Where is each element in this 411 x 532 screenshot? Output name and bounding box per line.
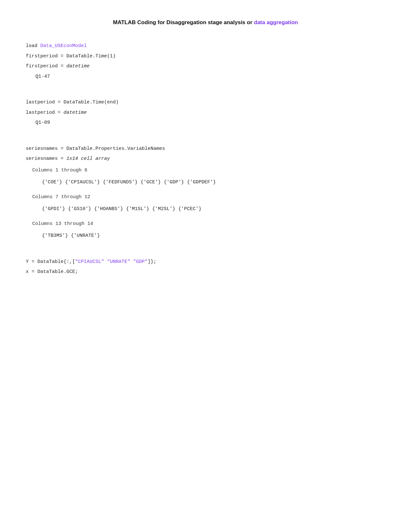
- load-prefix: load: [26, 43, 40, 49]
- load-line3-prefix: firstperiod =: [26, 63, 66, 69]
- load-line2: firstperiod = DataTable.Time(1): [26, 52, 385, 61]
- seriesnames-code: seriesnames = DataTable.Properties.Varia…: [26, 145, 385, 240]
- load-line3-italic: datetime: [66, 63, 90, 69]
- lastperiod-code: lastperiod = DataTable.Time(end) lastper…: [26, 98, 385, 127]
- lastperiod-line2-italic: datetime: [64, 110, 87, 115]
- load-link: Data_USEconModel: [40, 43, 87, 49]
- section-datatable: Y = DataTable{:,["CPIAUCSL" "UNRATE" "GD…: [26, 258, 385, 276]
- datatable-purple: "CPIAUCSL" "UNRATE" "GDP": [75, 259, 148, 265]
- page-title: MATLAB Coding for Disaggregation stage a…: [26, 19, 385, 26]
- section-load: load Data_USEconModel firstperiod = Data…: [26, 42, 385, 81]
- lastperiod-line3: Q1-09: [26, 119, 385, 127]
- datatable-line1: Y = DataTable{:,["CPIAUCSL" "UNRATE" "GD…: [26, 258, 385, 266]
- datatable-suffix: ]};: [148, 259, 156, 265]
- section-seriesnames: seriesnames = DataTable.Properties.Varia…: [26, 145, 385, 240]
- col3-values: {'TB3MS'} {'UNRATE'}: [26, 232, 385, 240]
- seriesnames-line2-italic: 1x14 cell array: [66, 156, 110, 161]
- col1-values: {'COE'} {'CPIAUCSL'} {'FEDFUNDS'} {'GCE'…: [26, 178, 385, 187]
- datatable-code: Y = DataTable{:,["CPIAUCSL" "UNRATE" "GD…: [26, 258, 385, 276]
- seriesnames-line2-prefix: seriesnames =: [26, 156, 66, 161]
- load-line4: Q1-47: [26, 73, 385, 81]
- title-text-main: MATLAB Coding for Disaggregation stage a…: [113, 19, 252, 25]
- col2-label: Columns 7 through 12: [26, 193, 385, 201]
- load-line1: load Data_USEconModel: [26, 42, 385, 50]
- load-line3: firstperiod = datetime: [26, 62, 385, 71]
- datatable-prefix: Y = DataTable{:,[: [26, 259, 75, 265]
- lastperiod-line1: lastperiod = DataTable.Time(end): [26, 98, 385, 107]
- section-lastperiod: lastperiod = DataTable.Time(end) lastper…: [26, 98, 385, 127]
- seriesnames-line2: seriesnames = 1x14 cell array: [26, 155, 385, 163]
- lastperiod-line2-prefix: lastperiod =: [26, 110, 64, 115]
- col2-values: {'GPDI'} {'GS10'} {'HOANBS'} {'M1SL'} {'…: [26, 205, 385, 213]
- title-highlight: data aggregation: [254, 19, 298, 25]
- lastperiod-line2: lastperiod = datetime: [26, 109, 385, 117]
- col3-label: Columns 13 through 14: [26, 220, 385, 228]
- col1-label: Columns 1 through 6: [26, 166, 385, 175]
- datatable-line2: x = DataTable.GCE;: [26, 268, 385, 276]
- seriesnames-line1: seriesnames = DataTable.Properties.Varia…: [26, 145, 385, 153]
- load-code: load Data_USEconModel firstperiod = Data…: [26, 42, 385, 81]
